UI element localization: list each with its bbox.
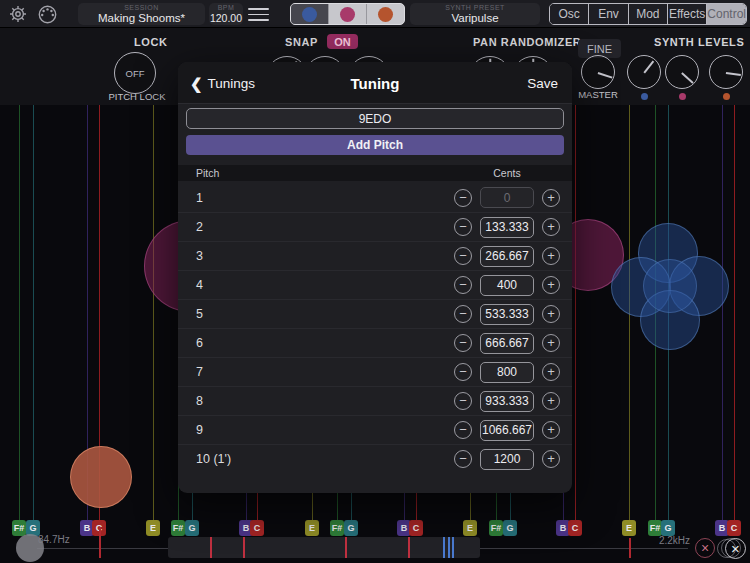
- pitch-lock-value: OFF: [115, 53, 155, 93]
- minimap-tick: [243, 537, 245, 558]
- tuning-row: 10 (1')−1200+: [178, 444, 572, 473]
- cents-column-header: Cents: [480, 167, 534, 179]
- decrement-cents-button[interactable]: −: [454, 305, 472, 323]
- voice-swatch-2[interactable]: [329, 4, 367, 24]
- bpm-label: BPM: [218, 4, 235, 12]
- voice-swatch-3[interactable]: [367, 4, 404, 24]
- pitch-number: 3: [178, 249, 454, 263]
- snap-on-toggle[interactable]: ON: [327, 34, 358, 49]
- voice-swatch-1[interactable]: [291, 4, 329, 24]
- bpm-value: 120.00: [210, 12, 242, 24]
- settings-gear-icon[interactable]: [8, 4, 28, 24]
- blue-note-circle[interactable]: [643, 259, 697, 313]
- level-knob-1[interactable]: [627, 55, 661, 89]
- note-label-g[interactable]: G: [344, 520, 358, 536]
- note-label-e[interactable]: E: [305, 520, 319, 536]
- cents-field[interactable]: 400: [480, 275, 534, 296]
- voice-color-dot: [378, 7, 393, 22]
- clear-voice-button[interactable]: ×: [695, 538, 715, 558]
- pitch-lock-knob[interactable]: OFF: [114, 52, 156, 94]
- note-label-e[interactable]: E: [146, 520, 160, 536]
- increment-cents-button[interactable]: +: [542, 305, 560, 323]
- save-button[interactable]: Save: [527, 62, 558, 104]
- synth-levels-label: SYNTH LEVELS: [654, 36, 744, 48]
- note-label-c[interactable]: C: [409, 520, 423, 536]
- decrement-cents-button[interactable]: −: [454, 247, 472, 265]
- tuning-row: 2−133.333+: [178, 212, 572, 241]
- pan-randomizer-label: PAN RANDOMIZER: [473, 36, 581, 48]
- tuning-name-field[interactable]: 9EDO: [186, 108, 564, 129]
- level-knob-3[interactable]: [709, 55, 743, 89]
- tuning-row: 1−0+: [178, 183, 572, 212]
- increment-cents-button[interactable]: +: [542, 392, 560, 410]
- note-label-c[interactable]: C: [568, 520, 582, 536]
- cents-field[interactable]: 266.667: [480, 246, 534, 267]
- note-line-e: [153, 105, 154, 520]
- cents-field[interactable]: 800: [480, 362, 534, 383]
- add-pitch-button[interactable]: Add Pitch: [186, 135, 564, 155]
- increment-cents-button[interactable]: +: [542, 450, 560, 468]
- cents-field[interactable]: 666.667: [480, 333, 534, 354]
- session-box[interactable]: SESSION Making Shooms*: [78, 3, 205, 25]
- decrement-cents-button[interactable]: −: [454, 450, 472, 468]
- menu-icon[interactable]: [248, 8, 269, 21]
- decrement-cents-button[interactable]: −: [454, 189, 472, 207]
- note-label-g[interactable]: G: [185, 520, 199, 536]
- red-note-circle[interactable]: [70, 446, 132, 508]
- level-dot-3: [723, 93, 730, 100]
- note-label-f#[interactable]: F#: [648, 520, 662, 536]
- note-label-f#[interactable]: F#: [171, 520, 185, 536]
- preset-box[interactable]: SYNTH PRESET Varipulse: [410, 3, 540, 25]
- increment-cents-button[interactable]: +: [542, 421, 560, 439]
- minimap-tick: [210, 537, 212, 558]
- note-label-c[interactable]: C: [727, 520, 741, 536]
- cents-field[interactable]: 933.333: [480, 391, 534, 412]
- tab-env[interactable]: Env: [589, 4, 628, 24]
- note-line-f#: [19, 105, 20, 520]
- level-knob-2[interactable]: [665, 55, 699, 89]
- knob-pointer: [598, 72, 613, 78]
- pitch-number: 5: [178, 307, 454, 321]
- increment-cents-button[interactable]: +: [542, 334, 560, 352]
- increment-cents-button[interactable]: +: [542, 363, 560, 381]
- decrement-cents-button[interactable]: −: [454, 334, 472, 352]
- increment-cents-button[interactable]: +: [542, 218, 560, 236]
- midi-icon[interactable]: [37, 4, 58, 25]
- master-volume-knob[interactable]: [581, 55, 615, 89]
- modal-header: ❮ Tunings Tuning Save: [178, 62, 572, 104]
- decrement-cents-button[interactable]: −: [454, 218, 472, 236]
- tab-effects[interactable]: Effects: [668, 4, 707, 24]
- session-name: Making Shooms*: [98, 12, 185, 24]
- note-label-e[interactable]: E: [622, 520, 636, 536]
- tab-osc[interactable]: Osc: [550, 4, 589, 24]
- playhead-tick: [99, 527, 101, 558]
- note-label-c[interactable]: C: [250, 520, 264, 536]
- increment-cents-button[interactable]: +: [542, 276, 560, 294]
- clear-all-button[interactable]: ×: [725, 538, 746, 559]
- increment-cents-button[interactable]: +: [542, 247, 560, 265]
- increment-cents-button[interactable]: +: [542, 189, 560, 207]
- decrement-cents-button[interactable]: −: [454, 363, 472, 381]
- cents-field[interactable]: 533.333: [480, 304, 534, 325]
- tab-control[interactable]: Control: [707, 4, 746, 24]
- decrement-cents-button[interactable]: −: [454, 276, 472, 294]
- tuning-modal: ❮ Tunings Tuning Save 9EDO Add Pitch Pit…: [178, 62, 572, 493]
- cents-field[interactable]: 1200: [480, 449, 534, 470]
- cents-field[interactable]: 1066.667: [480, 420, 534, 441]
- decrement-cents-button[interactable]: −: [454, 421, 472, 439]
- master-label: MASTER: [573, 89, 623, 100]
- pitch-number: 1: [178, 191, 454, 205]
- cents-field[interactable]: 133.333: [480, 217, 534, 238]
- bpm-box[interactable]: BPM 120.00: [209, 3, 243, 25]
- overview-scrollbar[interactable]: [168, 537, 480, 558]
- note-label-f#[interactable]: F#: [489, 520, 503, 536]
- decrement-cents-button[interactable]: −: [454, 392, 472, 410]
- note-label-f#[interactable]: F#: [12, 520, 26, 536]
- note-label-f#[interactable]: F#: [330, 520, 344, 536]
- cents-field[interactable]: 0: [480, 187, 534, 208]
- note-label-g[interactable]: G: [503, 520, 517, 536]
- minimap-tick: [443, 537, 445, 558]
- note-label-g[interactable]: G: [661, 520, 675, 536]
- note-label-e[interactable]: E: [463, 520, 477, 536]
- tab-mod[interactable]: Mod: [629, 4, 668, 24]
